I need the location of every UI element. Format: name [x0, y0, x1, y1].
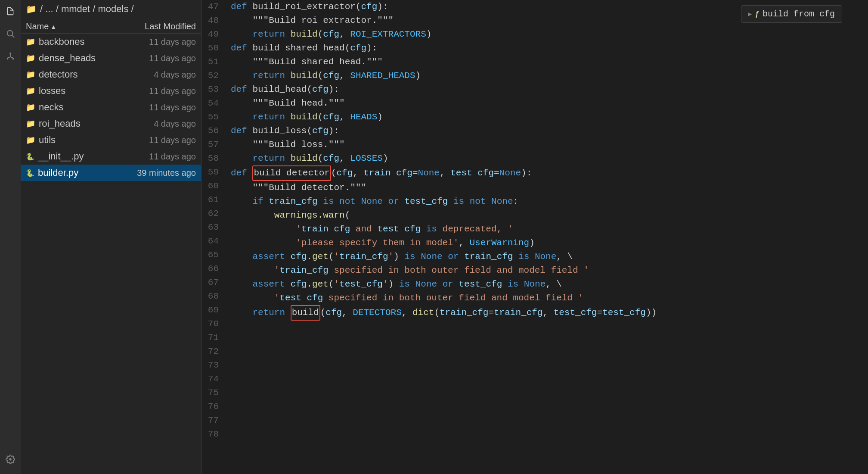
autocomplete-label: build_from_cfg — [763, 9, 835, 19]
code-content: 4748495051525354555657585960616263646566… — [202, 0, 868, 474]
code-line: assert cfg.get('test_cfg') is None or te… — [231, 278, 868, 291]
code-line: """Build detector.""" — [231, 181, 868, 195]
line-number: 77 — [202, 414, 224, 427]
file-item[interactable]: 🐍__init__.py11 days ago — [21, 148, 201, 165]
line-number: 75 — [202, 386, 224, 400]
column-name: Name ▲ — [26, 22, 127, 31]
line-number: 49 — [202, 28, 224, 41]
files-icon[interactable] — [3, 3, 18, 19]
autocomplete-item[interactable]: ▶ ƒ build_from_cfg — [741, 7, 842, 21]
code-line: return build(cfg, SHARED_HEADS) — [231, 69, 868, 83]
breadcrumb: / ... / mmdet / models / — [40, 3, 134, 15]
folder-icon: 📁 — [26, 86, 35, 96]
file-name: __init__.py — [38, 151, 127, 162]
line-number: 67 — [202, 276, 224, 290]
file-item[interactable]: 📁roi_heads4 days ago — [21, 115, 201, 132]
code-line: """Build head.""" — [231, 97, 868, 110]
line-number: 57 — [202, 138, 224, 152]
code-line: """Build shared head.""" — [231, 55, 868, 69]
line-number: 64 — [202, 234, 224, 248]
svg-line-7 — [10, 57, 13, 58]
search-icon[interactable] — [3, 26, 18, 41]
line-number: 55 — [202, 110, 224, 124]
code-line: 'please specify them in model', UserWarn… — [231, 236, 868, 250]
file-name: backbones — [39, 36, 127, 47]
svg-point-8 — [9, 458, 12, 461]
file-name: dense_heads — [39, 53, 127, 64]
folder-icon: 📁 — [26, 135, 35, 145]
folder-icon: 📁 — [26, 119, 35, 128]
folder-icon: 📁 — [26, 70, 35, 79]
line-number: 70 — [202, 317, 224, 331]
file-item[interactable]: 🐍builder.py39 minutes ago — [21, 165, 201, 181]
line-number: 63 — [202, 221, 224, 234]
svg-point-2 — [9, 53, 11, 54]
code-line: return build(cfg, HEADS) — [231, 110, 868, 124]
code-line: return build(cfg, DETECTORS, dict(train_… — [231, 305, 868, 321]
line-number: 48 — [202, 14, 224, 28]
file-item[interactable]: 📁losses11 days ago — [21, 83, 201, 99]
file-modified: 11 days ago — [127, 152, 196, 162]
line-number: 61 — [202, 193, 224, 207]
line-number: 66 — [202, 262, 224, 276]
line-numbers: 4748495051525354555657585960616263646566… — [202, 0, 227, 474]
line-number: 53 — [202, 83, 224, 97]
file-name: losses — [39, 85, 127, 97]
file-item[interactable]: 📁detectors4 days ago — [21, 66, 201, 83]
settings-icon[interactable] — [3, 452, 18, 467]
code-line: def build_detector(cfg, train_cfg=None, … — [231, 165, 868, 181]
git-icon[interactable] — [3, 48, 18, 64]
file-list-header: Name ▲ Last Modified — [21, 18, 201, 34]
line-number: 69 — [202, 303, 224, 317]
line-number: 68 — [202, 290, 224, 303]
file-item[interactable]: 📁utils11 days ago — [21, 132, 201, 148]
file-modified: 11 days ago — [127, 135, 196, 145]
code-line: 'train_cfg and test_cfg is deprecated, ' — [231, 222, 868, 236]
code-line: def build_loss(cfg): — [231, 124, 868, 138]
svg-line-6 — [8, 57, 10, 58]
line-number: 74 — [202, 372, 224, 386]
column-modified: Last Modified — [127, 22, 196, 31]
file-name: utils — [39, 134, 127, 146]
svg-point-4 — [12, 58, 14, 60]
code-line: 'train_cfg specified in both outer field… — [231, 264, 868, 278]
code-line: if train_cfg is not None or test_cfg is … — [231, 195, 868, 209]
svg-line-1 — [12, 35, 14, 37]
file-item[interactable]: 📁dense_heads11 days ago — [21, 50, 201, 66]
line-number: 51 — [202, 55, 224, 69]
file-modified: 11 days ago — [127, 103, 196, 112]
python-icon: 🐍 — [26, 169, 34, 177]
line-number: 78 — [202, 427, 224, 441]
folder-icon: 📁 — [26, 37, 35, 47]
sort-arrow-icon: ▲ — [50, 23, 56, 30]
code-line: assert cfg.get('train_cfg') is None or t… — [231, 250, 868, 264]
code-lines[interactable]: def build_roi_extractor(cfg): """Build r… — [227, 0, 868, 474]
autocomplete-popup[interactable]: ▶ ƒ build_from_cfg — [741, 5, 842, 23]
code-line: def build_shared_head(cfg): — [231, 41, 868, 55]
file-modified: 4 days ago — [127, 119, 196, 129]
file-name: roi_heads — [39, 118, 127, 129]
line-number: 62 — [202, 207, 224, 221]
code-line: return build(cfg, LOSSES) — [231, 152, 868, 165]
line-number: 65 — [202, 248, 224, 262]
file-list: 📁backbones11 days ago📁dense_heads11 days… — [21, 34, 201, 474]
file-item[interactable]: 📁necks11 days ago — [21, 99, 201, 115]
line-number: 73 — [202, 359, 224, 372]
explorer-header: 📁 / ... / mmdet / models / — [21, 0, 201, 18]
file-modified: 39 minutes ago — [127, 168, 196, 178]
code-line: return build(cfg, ROI_EXTRACTORS) — [231, 28, 868, 41]
line-number: 50 — [202, 41, 224, 55]
folder-icon: 📁 — [26, 103, 35, 112]
code-line: 'test_cfg specified in both outer field … — [231, 291, 868, 305]
file-item[interactable]: 📁backbones11 days ago — [21, 34, 201, 50]
line-number: 60 — [202, 179, 224, 193]
code-line: warnings.warn( — [231, 209, 868, 222]
file-modified: 11 days ago — [127, 37, 196, 47]
folder-icon: 📁 — [26, 4, 37, 15]
line-number: 56 — [202, 124, 224, 138]
line-number: 59 — [202, 165, 224, 179]
svg-point-3 — [7, 58, 9, 60]
file-name: necks — [39, 102, 127, 113]
line-number: 72 — [202, 345, 224, 359]
file-modified: 11 days ago — [127, 53, 196, 63]
